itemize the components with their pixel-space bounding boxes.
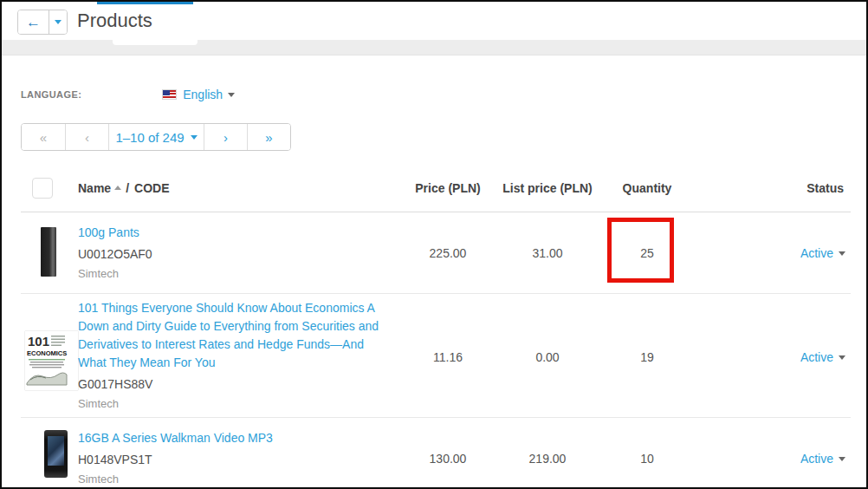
svg-text:101: 101 <box>28 334 49 349</box>
column-header-status: Status <box>686 181 851 195</box>
caret-down-icon <box>228 93 235 97</box>
status-value: Active <box>800 246 833 260</box>
list-price-cell: 31.00 <box>487 246 608 260</box>
topbar: ← Products <box>2 2 866 40</box>
first-page-button[interactable]: « <box>22 124 65 150</box>
list-price-cell: 219.00 <box>487 452 608 466</box>
product-thumbnail-mp3-player <box>44 430 68 478</box>
status-dropdown[interactable]: Active <box>800 350 845 364</box>
table-row: 100g Pants U0012O5AF0 Simtech 225.00 31.… <box>21 212 851 294</box>
code-header-label[interactable]: CODE <box>134 181 169 195</box>
table-row: 16GB A Series Walkman Video MP3 H0148VPS… <box>21 418 851 489</box>
quantity-cell: 10 <box>608 452 686 466</box>
language-value: English <box>183 88 223 101</box>
table-row: 101 ECONOMICS 10 <box>21 294 851 418</box>
product-vendor: Simtech <box>78 397 392 410</box>
status-value: Active <box>800 350 833 364</box>
product-thumbnail-pants <box>41 227 56 277</box>
price-cell: 130.00 <box>409 452 487 466</box>
product-vendor: Simtech <box>78 267 392 280</box>
back-button[interactable]: ← <box>18 10 49 34</box>
quantity-cell: 25 <box>608 246 686 260</box>
product-name-link[interactable]: 16GB A Series Walkman Video MP3 <box>78 429 392 447</box>
list-price-cell: 0.00 <box>487 350 608 364</box>
us-flag-icon <box>162 89 177 100</box>
language-label: LANGUAGE: <box>21 89 81 100</box>
prev-page-button[interactable]: ‹ <box>65 124 108 150</box>
last-page-button[interactable]: » <box>247 124 290 150</box>
product-code: U0012O5AF0 <box>78 247 392 261</box>
product-name-link[interactable]: 100g Pants <box>78 224 392 242</box>
caret-down-icon <box>55 20 62 24</box>
back-arrow-icon: ← <box>26 14 41 31</box>
page-title: Products <box>77 10 152 32</box>
status-dropdown[interactable]: Active <box>800 246 845 260</box>
svg-text:ECONOMICS: ECONOMICS <box>27 349 67 357</box>
caret-down-icon <box>839 457 845 461</box>
quantity-cell: 19 <box>608 350 686 364</box>
products-table: Name/CODE Price (PLN) List price (PLN) Q… <box>21 165 851 489</box>
language-selector-row: LANGUAGE: English <box>21 88 235 101</box>
column-header-list-price: List price (PLN) <box>487 181 608 195</box>
caret-down-icon <box>191 135 198 140</box>
status-value: Active <box>800 452 833 466</box>
product-code: G0017HS88V <box>78 377 392 391</box>
caret-down-icon <box>839 355 845 360</box>
next-page-button[interactable]: › <box>204 124 247 150</box>
product-code: H0148VPS1T <box>78 453 392 466</box>
product-thumbnail-book-cover: 101 ECONOMICS <box>25 331 78 390</box>
language-dropdown[interactable]: English <box>183 88 235 101</box>
back-history-dropdown-button[interactable] <box>49 10 67 34</box>
sort-ascending-icon <box>114 186 121 190</box>
back-button-group: ← <box>17 10 68 35</box>
name-header-label: Name <box>78 181 111 195</box>
column-header-quantity: Quantity <box>608 181 686 195</box>
select-all-checkbox[interactable] <box>32 178 53 199</box>
price-cell: 11.16 <box>409 350 487 364</box>
header-separator: / <box>126 181 129 195</box>
status-dropdown[interactable]: Active <box>800 452 845 466</box>
column-header-name-code[interactable]: Name/CODE <box>78 181 409 195</box>
active-tab-notch <box>113 40 198 45</box>
active-tab-accent-bar <box>97 2 193 4</box>
table-header-row: Name/CODE Price (PLN) List price (PLN) Q… <box>21 165 851 212</box>
page-range-label: 1–10 of 249 <box>115 130 184 145</box>
page-range-dropdown[interactable]: 1–10 of 249 <box>108 124 204 150</box>
pagination: « ‹ 1–10 of 249 › » <box>21 123 291 151</box>
price-cell: 225.00 <box>409 246 487 260</box>
product-vendor: Simtech <box>78 473 392 486</box>
caret-down-icon <box>839 251 845 256</box>
column-header-price: Price (PLN) <box>409 181 487 195</box>
product-name-link[interactable]: 101 Things Everyone Should Know About Ec… <box>78 299 392 372</box>
admin-window: ← Products LANGUAGE: English « ‹ 1–10 of… <box>0 0 868 489</box>
